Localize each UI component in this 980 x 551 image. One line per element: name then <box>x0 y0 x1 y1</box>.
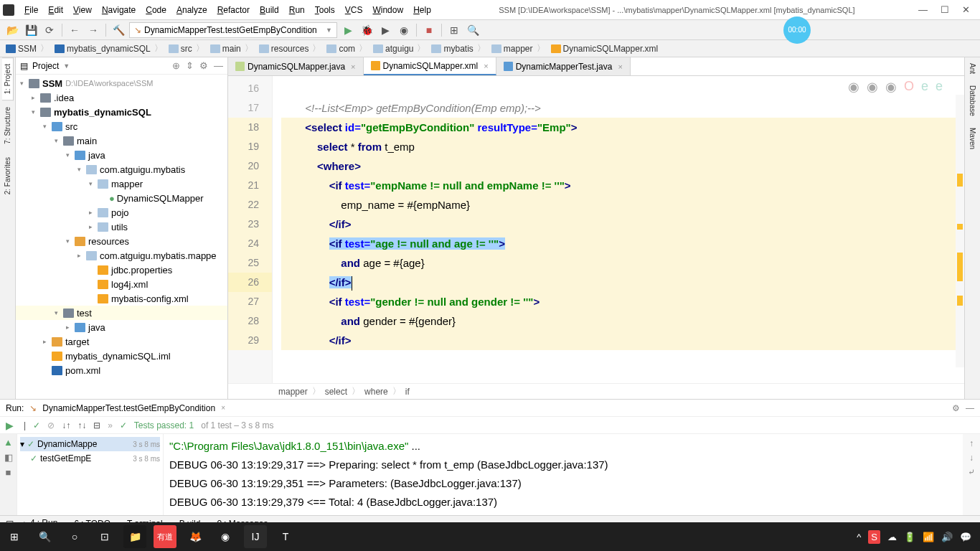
editor-code[interactable]: <!--List<Emp> getEmpByCondition(Emp emp)… <box>273 76 964 383</box>
tree-node[interactable]: ▾src <box>16 119 227 133</box>
menu-window[interactable]: Window <box>368 4 407 17</box>
breadcrumb-item[interactable]: SSM〉 <box>4 42 50 55</box>
breadcrumb-item[interactable]: mapper〉 <box>490 42 547 55</box>
battery-icon[interactable]: 🔋 <box>904 532 915 542</box>
scroll-down-icon[interactable]: ↓ <box>969 453 974 463</box>
editor-crumb-item[interactable]: where <box>364 387 388 397</box>
menu-navigate[interactable]: Navigate <box>98 4 140 17</box>
wifi-icon[interactable]: 📶 <box>923 532 934 542</box>
tree-node[interactable]: ▾test <box>16 306 227 320</box>
breadcrumb-item[interactable]: com〉 <box>325 42 369 55</box>
wrap-icon[interactable]: ⤶ <box>968 467 975 477</box>
tree-node[interactable]: mybatis-config.xml <box>16 291 227 306</box>
fail-icon[interactable]: ⊘ <box>47 420 55 430</box>
hide-icon[interactable]: — <box>966 403 974 413</box>
search-icon[interactable]: 🔍 <box>465 22 481 38</box>
cortana-icon[interactable]: ○ <box>63 525 86 548</box>
left-tab-project[interactable]: 1: Project <box>2 57 14 100</box>
test-node[interactable]: ▾✓DynamicMappe3 s 8 ms <box>20 437 160 451</box>
tree-node[interactable]: ▾resources <box>16 234 227 248</box>
editor-crumb-item[interactable]: if <box>405 387 410 397</box>
sort-icon[interactable]: ↓↑ <box>62 420 70 430</box>
forward-icon[interactable]: → <box>85 22 101 38</box>
breadcrumb-item[interactable]: resources〉 <box>258 42 323 55</box>
open-icon[interactable]: 📂 <box>4 22 20 38</box>
run-test-tree[interactable]: ▾✓DynamicMappe3 s 8 ms✓testGetEmpE3 s 8 … <box>17 434 164 515</box>
tree-node[interactable]: ▾com.atguigu.mybatis <box>16 162 227 176</box>
menu-analyze[interactable]: Analyze <box>172 4 212 17</box>
ime-icon[interactable]: S <box>868 530 880 544</box>
volume-icon[interactable]: 🔊 <box>941 532 953 542</box>
maximize-button[interactable]: ☐ <box>941 4 949 15</box>
tree-node[interactable]: log4j.xml <box>16 277 227 291</box>
taskview-icon[interactable]: ⊡ <box>93 525 116 548</box>
back-icon[interactable]: ← <box>67 22 83 38</box>
safari-icon[interactable]: ◉ <box>885 79 897 95</box>
save-icon[interactable]: 💾 <box>23 22 39 38</box>
collapse-icon[interactable]: ⇕ <box>186 60 194 71</box>
scroll-up-icon[interactable]: ↑ <box>969 438 974 448</box>
debug2-icon[interactable]: ◧ <box>4 452 13 463</box>
breadcrumb-item[interactable]: mybatis_dynamicSQL〉 <box>53 42 164 55</box>
menu-edit[interactable]: Edit <box>44 4 67 17</box>
menu-view[interactable]: View <box>69 4 96 17</box>
explorer-icon[interactable]: 📁 <box>123 525 146 548</box>
sort2-icon[interactable]: ↑↓ <box>77 420 86 430</box>
tree-node[interactable]: ●DynamicSQLMapper <box>16 191 227 205</box>
intellij-taskbar-icon[interactable]: IJ <box>244 525 267 548</box>
ie-icon[interactable]: e <box>921 79 928 95</box>
chrome-icon[interactable]: ◉ <box>848 79 859 95</box>
edge-icon[interactable]: e <box>936 79 943 95</box>
app2-icon[interactable]: T <box>274 525 297 548</box>
menu-refactor[interactable]: Refactor <box>213 4 254 17</box>
menu-build[interactable]: Build <box>255 4 283 17</box>
stop2-icon[interactable]: ■ <box>6 467 11 478</box>
tree-node[interactable]: jdbc.properties <box>16 263 227 277</box>
notifications-icon[interactable]: 💬 <box>960 532 971 542</box>
test-node[interactable]: ✓testGetEmpE3 s 8 ms <box>20 451 160 466</box>
tray-up-icon[interactable]: ^ <box>857 532 861 542</box>
structure-icon[interactable]: ⊞ <box>446 22 462 38</box>
menu-code[interactable]: Code <box>141 4 171 17</box>
tree-node[interactable]: ▸com.atguigu.mybatis.mappe <box>16 248 227 263</box>
editor-tab[interactable]: DynamicSQLMapper.xml× <box>364 57 496 75</box>
locate-icon[interactable]: ⊕ <box>172 60 180 71</box>
coverage-icon[interactable]: ▶ <box>377 22 393 38</box>
project-tree[interactable]: ▾ SSM D:\IDEA\workspace\SSM ▸.idea▾mybat… <box>16 75 227 399</box>
firefox-icon[interactable]: ◉ <box>867 79 878 95</box>
tree-node[interactable]: ▾mybatis_dynamicSQL <box>16 105 227 119</box>
menu-run[interactable]: Run <box>285 4 309 17</box>
pass-icon[interactable]: ✓ <box>33 420 40 430</box>
start-icon[interactable]: ⊞ <box>3 525 26 548</box>
pass-indicator-icon[interactable]: ▲ <box>4 437 13 448</box>
editor-crumb-item[interactable]: select <box>325 387 347 397</box>
tree-root[interactable]: ▾ SSM D:\IDEA\workspace\SSM <box>16 76 227 90</box>
run-icon[interactable]: ▶ <box>340 22 356 38</box>
breadcrumb-item[interactable]: main〉 <box>209 42 255 55</box>
tree-node[interactable]: ▸pojo <box>16 205 227 220</box>
menu-help[interactable]: Help <box>409 4 435 17</box>
expand-icon[interactable]: ⊟ <box>93 420 100 430</box>
gear-icon[interactable]: ⚙ <box>199 60 208 71</box>
opera-icon[interactable]: O <box>904 79 914 95</box>
search-icon[interactable]: 🔍 <box>33 525 56 548</box>
tree-node[interactable]: ▾mapper <box>16 176 227 191</box>
profile-icon[interactable]: ◉ <box>396 22 412 38</box>
breadcrumb-item[interactable]: mybatis〉 <box>430 42 486 55</box>
tree-node[interactable]: ▸java <box>16 320 227 334</box>
menu-vcs[interactable]: VCS <box>341 4 367 17</box>
right-tab-ant[interactable]: Ant <box>967 57 978 80</box>
close-button[interactable]: ✕ <box>962 4 970 15</box>
editor-tab[interactable]: DynamicMapperTest.java× <box>496 57 631 75</box>
tree-node[interactable]: ▸.idea <box>16 90 227 105</box>
tree-node[interactable]: mybatis_dynamicSQL.iml <box>16 349 227 363</box>
app1-icon[interactable]: 有道 <box>154 525 176 548</box>
rerun-icon[interactable]: ▶ <box>6 420 14 431</box>
editor-tab[interactable]: DynamicSQLMapper.java× <box>228 57 364 75</box>
run-console[interactable]: "C:\Program Files\Java\jdk1.8.0_151\bin\… <box>164 434 963 515</box>
firefox-taskbar-icon[interactable]: 🦊 <box>184 525 207 548</box>
breadcrumb-item[interactable]: atguigu〉 <box>372 42 427 55</box>
tree-node[interactable]: ▸utils <box>16 220 227 234</box>
right-tab-maven[interactable]: Maven <box>967 122 978 155</box>
minimize-button[interactable]: — <box>918 4 928 15</box>
